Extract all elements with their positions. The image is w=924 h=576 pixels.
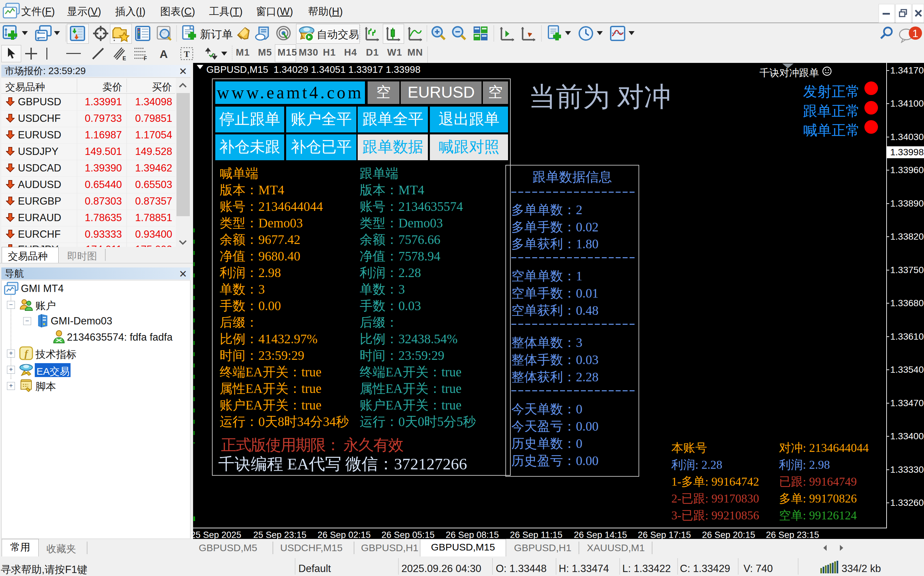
svg-text:F: F <box>144 56 147 61</box>
svg-text:T: T <box>184 49 189 59</box>
svg-text:1: 1 <box>913 27 918 39</box>
svg-text:E: E <box>123 56 126 61</box>
